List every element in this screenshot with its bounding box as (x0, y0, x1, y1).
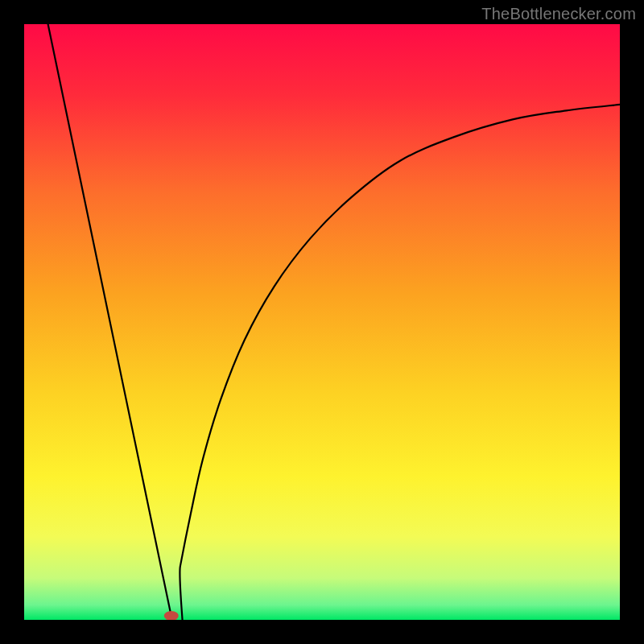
chart-frame (24, 24, 620, 620)
gradient-background (24, 24, 620, 620)
bottleneck-chart (24, 24, 620, 620)
attribution-text: TheBottlenecker.com (481, 5, 636, 23)
